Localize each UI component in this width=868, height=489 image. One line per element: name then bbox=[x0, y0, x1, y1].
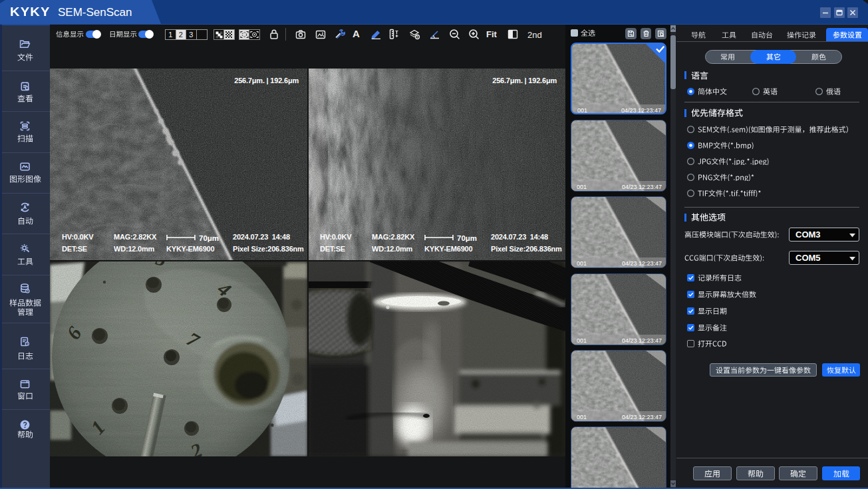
svg-text:70μm: 70μm bbox=[457, 234, 477, 242]
svg-text:70μm: 70μm bbox=[199, 234, 219, 242]
